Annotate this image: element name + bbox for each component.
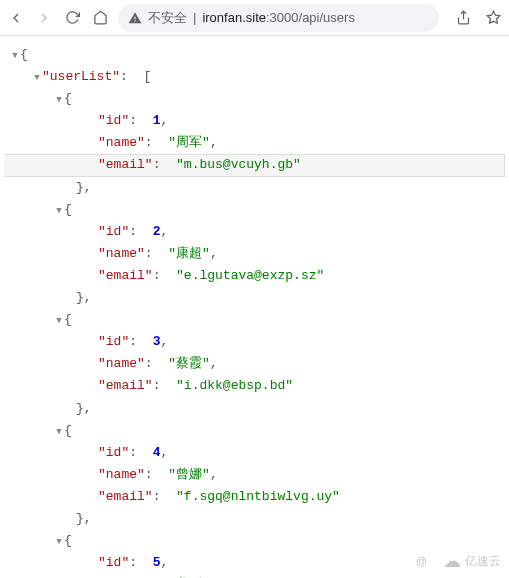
back-button[interactable]: [6, 8, 26, 28]
watermark: @ ☁ 亿速云: [416, 550, 501, 572]
json-prop-row: "id": 2,: [4, 221, 505, 243]
json-prop-row: "name": "周军",: [4, 132, 505, 154]
json-prop-row: "email": "e.lgutava@exzp.sz": [4, 265, 505, 287]
json-object-close: },: [4, 398, 505, 420]
json-key-row: ▼ "userList": [: [4, 66, 505, 88]
chevron-down-icon[interactable]: ▼: [54, 535, 64, 550]
json-prop-row: "name": "曾娜",: [4, 464, 505, 486]
json-object-open: ▼ {: [4, 530, 505, 552]
chevron-down-icon[interactable]: ▼: [54, 425, 64, 440]
json-object-open: ▼ {: [4, 199, 505, 221]
json-object-open: ▼ {: [4, 420, 505, 442]
separator: |: [193, 10, 196, 25]
chevron-down-icon[interactable]: ▼: [54, 314, 64, 329]
json-prop-row: "id": 1,: [4, 110, 505, 132]
json-object-open: ▼ {: [4, 88, 505, 110]
json-prop-row: "name": "蔡霞",: [4, 353, 505, 375]
chevron-down-icon[interactable]: ▼: [10, 49, 20, 64]
json-object-close: },: [4, 508, 505, 530]
json-object-close: },: [4, 177, 505, 199]
chevron-down-icon[interactable]: ▼: [54, 93, 64, 108]
address-actions: [453, 8, 503, 28]
json-viewer: ▼ { ▼ "userList": [ ▼ { "id": 1, "name":…: [0, 36, 509, 578]
star-icon[interactable]: [483, 8, 503, 28]
json-prop-row: "email": "i.dkk@ebsp.bd": [4, 375, 505, 397]
svg-marker-1: [487, 11, 500, 23]
json-prop-row: "name": "龙刚",: [4, 574, 505, 578]
insecure-label: 不安全: [148, 9, 187, 27]
share-icon[interactable]: [453, 8, 473, 28]
reload-button[interactable]: [62, 8, 82, 28]
browser-toolbar: 不安全 | ironfan.site:3000/api/users: [0, 0, 509, 36]
watermark-text: 亿速云: [465, 553, 501, 570]
address-bar[interactable]: 不安全 | ironfan.site:3000/api/users: [118, 4, 439, 32]
chevron-down-icon[interactable]: ▼: [32, 71, 42, 86]
json-prop-row: "name": "康超",: [4, 243, 505, 265]
json-object-close: },: [4, 287, 505, 309]
json-prop-row[interactable]: "email": "m.bus@vcuyh.gb": [4, 154, 505, 176]
json-prop-row: "id": 3,: [4, 331, 505, 353]
json-prop-row: "email": "f.sgq@nlntbiwlvg.uy": [4, 486, 505, 508]
json-root-open: ▼ {: [4, 44, 505, 66]
json-prop-row: "id": 4,: [4, 442, 505, 464]
forward-button[interactable]: [34, 8, 54, 28]
chevron-down-icon[interactable]: ▼: [54, 204, 64, 219]
url-text: ironfan.site:3000/api/users: [202, 10, 355, 25]
watermark-at: @: [416, 555, 427, 567]
json-object-open: ▼ {: [4, 309, 505, 331]
home-button[interactable]: [90, 8, 110, 28]
cloud-icon: ☁: [443, 550, 461, 572]
insecure-icon: [128, 11, 142, 25]
